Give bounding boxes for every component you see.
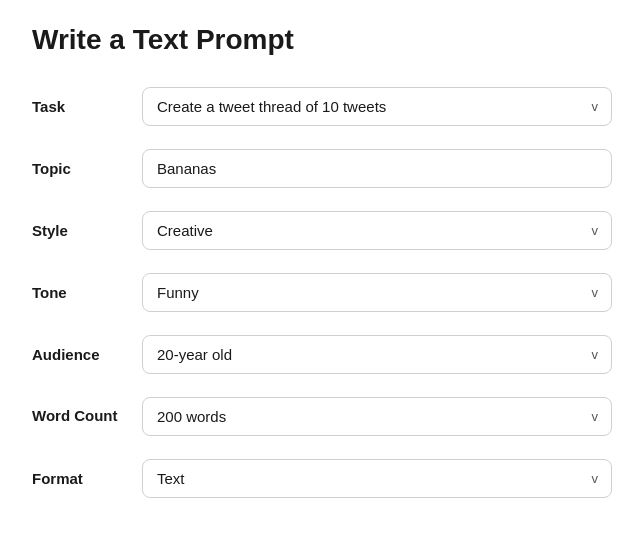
select-format[interactable]: TextMarkdownHTMLList bbox=[142, 459, 612, 498]
select-tone[interactable]: FunnySeriousNeutralInspiring bbox=[142, 273, 612, 312]
page-title: Write a Text Prompt bbox=[32, 24, 612, 56]
input-topic[interactable] bbox=[142, 149, 612, 188]
form-row-style: StyleCreativeFormalCasualAcademic bbox=[32, 208, 612, 252]
select-wrapper-format: TextMarkdownHTMLList bbox=[142, 459, 612, 498]
form-row-audience: Audience20-year oldChildrenAdultsProfess… bbox=[32, 332, 612, 376]
label-format: Format bbox=[32, 470, 142, 487]
select-style[interactable]: CreativeFormalCasualAcademic bbox=[142, 211, 612, 250]
select-task[interactable]: Create a tweet thread of 10 tweetsWrite … bbox=[142, 87, 612, 126]
label-word-count: Word Count bbox=[32, 406, 142, 426]
select-wrapper-task: Create a tweet thread of 10 tweetsWrite … bbox=[142, 87, 612, 126]
select-audience[interactable]: 20-year oldChildrenAdultsProfessionals bbox=[142, 335, 612, 374]
form-row-word-count: Word Count200 words100 words500 words100… bbox=[32, 394, 612, 438]
select-wrapper-tone: FunnySeriousNeutralInspiring bbox=[142, 273, 612, 312]
select-wrapper-style: CreativeFormalCasualAcademic bbox=[142, 211, 612, 250]
label-topic: Topic bbox=[32, 160, 142, 177]
select-word-count[interactable]: 200 words100 words500 words1000 words bbox=[142, 397, 612, 436]
select-wrapper-audience: 20-year oldChildrenAdultsProfessionals bbox=[142, 335, 612, 374]
prompt-form: TaskCreate a tweet thread of 10 tweetsWr… bbox=[32, 84, 612, 500]
form-row-topic: Topic bbox=[32, 146, 612, 190]
label-audience: Audience bbox=[32, 346, 142, 363]
form-row-format: FormatTextMarkdownHTMLList bbox=[32, 456, 612, 500]
label-style: Style bbox=[32, 222, 142, 239]
form-row-task: TaskCreate a tweet thread of 10 tweetsWr… bbox=[32, 84, 612, 128]
select-wrapper-word-count: 200 words100 words500 words1000 words bbox=[142, 397, 612, 436]
label-tone: Tone bbox=[32, 284, 142, 301]
label-task: Task bbox=[32, 98, 142, 115]
form-row-tone: ToneFunnySeriousNeutralInspiring bbox=[32, 270, 612, 314]
